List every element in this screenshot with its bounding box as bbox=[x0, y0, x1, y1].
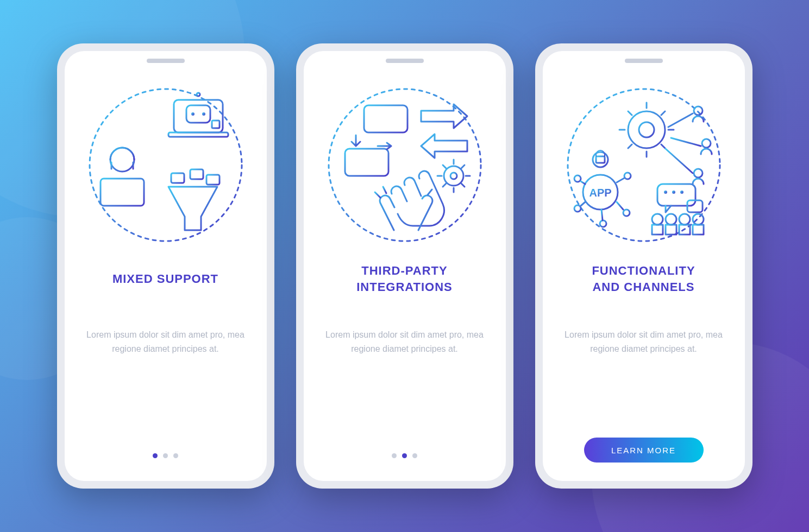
svg-point-54 bbox=[652, 214, 663, 225]
phone-mockup-2: THIRD-PARTY INTEGRATIONS Lorem ipsum dol… bbox=[296, 43, 513, 489]
onboarding-body: Lorem ipsum dolor sit dim amet pro, mea … bbox=[561, 328, 726, 438]
svg-point-26 bbox=[628, 111, 665, 148]
svg-rect-49 bbox=[657, 184, 695, 206]
onboarding-title: THIRD-PARTY INTEGRATIONS bbox=[356, 263, 453, 295]
svg-rect-37 bbox=[596, 156, 605, 163]
learn-more-button[interactable]: LEARN MORE bbox=[584, 438, 704, 463]
svg-point-51 bbox=[672, 191, 675, 194]
phone-mockup-row: MIXED SUPPORT Lorem ipsum dolor sit dim … bbox=[57, 43, 752, 489]
onboarding-title: FUNCTIONALITY AND CHANNELS bbox=[592, 263, 695, 295]
onboarding-body: Lorem ipsum dolor sit dim amet pro, mea … bbox=[83, 328, 248, 453]
page-dot-1[interactable] bbox=[153, 453, 158, 458]
svg-point-39 bbox=[574, 175, 581, 182]
onboarding-screen-2: THIRD-PARTY INTEGRATIONS Lorem ipsum dol… bbox=[304, 51, 506, 481]
third-party-integrations-icon bbox=[323, 84, 486, 246]
svg-rect-2 bbox=[101, 179, 144, 206]
svg-point-21 bbox=[450, 173, 457, 179]
svg-point-52 bbox=[680, 191, 683, 194]
svg-point-41 bbox=[574, 205, 581, 212]
onboarding-screen-1: MIXED SUPPORT Lorem ipsum dolor sit dim … bbox=[65, 51, 267, 481]
svg-point-43 bbox=[600, 220, 606, 227]
page-dot-3[interactable] bbox=[412, 453, 417, 458]
phone-mockup-3: APP bbox=[535, 43, 752, 489]
svg-point-45 bbox=[623, 210, 630, 216]
svg-point-27 bbox=[639, 122, 654, 137]
svg-point-60 bbox=[693, 214, 704, 225]
svg-rect-4 bbox=[168, 132, 228, 137]
svg-line-22 bbox=[375, 192, 380, 198]
svg-point-30 bbox=[694, 169, 703, 178]
svg-point-8 bbox=[202, 112, 205, 116]
svg-rect-12 bbox=[206, 175, 220, 185]
page-indicator bbox=[153, 453, 178, 463]
svg-rect-6 bbox=[186, 105, 210, 123]
svg-rect-61 bbox=[693, 225, 704, 235]
svg-point-28 bbox=[694, 106, 703, 115]
svg-rect-10 bbox=[171, 173, 184, 183]
svg-line-44 bbox=[601, 210, 603, 220]
page-indicator bbox=[392, 453, 417, 463]
svg-rect-55 bbox=[652, 225, 663, 235]
svg-rect-11 bbox=[190, 169, 203, 179]
onboarding-body: Lorem ipsum dolor sit dim amet pro, mea … bbox=[322, 328, 487, 453]
svg-point-56 bbox=[666, 214, 676, 225]
svg-line-42 bbox=[581, 202, 585, 206]
svg-point-47 bbox=[624, 173, 631, 179]
svg-line-48 bbox=[617, 178, 624, 182]
page-dot-1[interactable] bbox=[392, 453, 397, 458]
svg-line-23 bbox=[383, 187, 386, 193]
svg-point-36 bbox=[593, 152, 608, 167]
mixed-support-icon bbox=[84, 84, 247, 246]
svg-rect-9 bbox=[212, 121, 220, 128]
svg-text:APP: APP bbox=[589, 187, 611, 199]
svg-line-33 bbox=[666, 149, 693, 173]
svg-rect-57 bbox=[666, 225, 676, 235]
onboarding-screen-3: APP bbox=[543, 51, 745, 481]
page-dot-3[interactable] bbox=[173, 453, 178, 458]
svg-point-20 bbox=[444, 166, 463, 186]
svg-rect-14 bbox=[364, 105, 407, 132]
svg-line-40 bbox=[581, 181, 585, 184]
svg-line-31 bbox=[668, 113, 693, 127]
phone-mockup-1: MIXED SUPPORT Lorem ipsum dolor sit dim … bbox=[57, 43, 274, 489]
functionality-channels-icon: APP bbox=[562, 84, 725, 246]
page-dot-2[interactable] bbox=[402, 453, 407, 458]
svg-line-32 bbox=[671, 138, 701, 146]
svg-point-7 bbox=[191, 112, 195, 116]
onboarding-title: MIXED SUPPORT bbox=[112, 263, 218, 295]
svg-line-46 bbox=[617, 202, 623, 210]
svg-line-24 bbox=[428, 189, 432, 195]
page-dot-2[interactable] bbox=[163, 453, 168, 458]
svg-point-58 bbox=[679, 214, 690, 225]
svg-point-29 bbox=[702, 139, 711, 148]
svg-rect-17 bbox=[345, 149, 388, 176]
svg-point-50 bbox=[664, 191, 667, 194]
